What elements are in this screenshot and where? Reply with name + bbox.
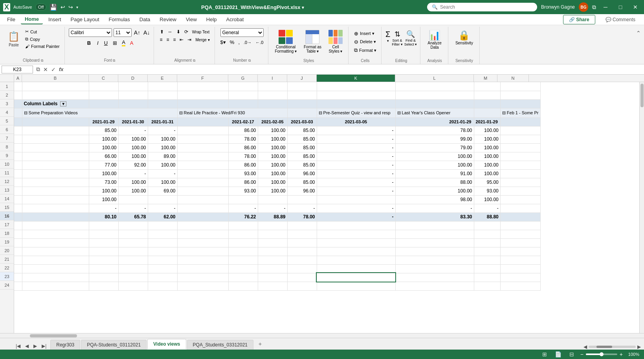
cell-N4-group[interactable]: ⊟ Feb 1 - Some Pr [500, 108, 540, 117]
menu-file[interactable]: File [3, 15, 19, 24]
cell-E7[interactable]: 100.00 [148, 135, 177, 143]
cell-K5[interactable]: 2021-01-29 [395, 117, 474, 126]
increase-decimal-button[interactable]: .0→ [242, 39, 253, 46]
menu-page-layout[interactable]: Page Layout [67, 15, 103, 24]
cell-G2[interactable] [228, 91, 258, 99]
cell-F8[interactable] [177, 143, 228, 152]
page-layout-view-button[interactable]: 📄 [553, 350, 563, 358]
cell-B6[interactable] [22, 126, 89, 135]
comments-button[interactable]: 💬 Comments [600, 15, 641, 24]
cell-J13[interactable]: 96.00 [287, 187, 317, 195]
cell-J1[interactable] [287, 82, 317, 91]
cell-A17[interactable] [14, 221, 22, 230]
cell-A1[interactable] [14, 82, 22, 91]
cell-A16[interactable] [14, 212, 22, 221]
cell-J10[interactable]: 85.00 [287, 161, 317, 169]
cell-B11[interactable] [22, 169, 89, 178]
cell-D6[interactable]: - [118, 126, 148, 135]
sort-filter-button[interactable]: ⇅ Sort &Filter ▾ [392, 30, 403, 46]
cell-Ksub6[interactable]: - [317, 126, 395, 135]
cell-N11[interactable] [500, 169, 540, 178]
cell-F1[interactable] [177, 82, 228, 91]
align-bottom-button[interactable]: ⬇ [175, 28, 182, 35]
row-num-10[interactable]: 10 [0, 160, 14, 169]
cell-C3[interactable] [89, 99, 118, 108]
row-num-4[interactable]: 4 [0, 108, 14, 117]
align-right-button[interactable]: ≡ [171, 36, 177, 43]
cell-L10[interactable]: 100.00 [474, 161, 500, 169]
cell-L9[interactable]: 100.00 [474, 152, 500, 161]
prev-tab-button[interactable]: ◀ [24, 343, 30, 350]
last-tab-button[interactable]: ▶| [40, 343, 48, 350]
add-sheet-button[interactable]: ＋ [254, 339, 266, 349]
cell-G10[interactable]: 86.00 [228, 161, 258, 169]
cell-A19[interactable] [14, 238, 22, 247]
cell-J9[interactable]: 85.00 [287, 152, 317, 161]
cell-C8[interactable]: 100.00 [89, 143, 118, 152]
cell-F7[interactable] [177, 135, 228, 143]
italic-button[interactable]: I [95, 39, 101, 47]
cell-E10[interactable]: 100.00 [148, 161, 177, 169]
cell-I23[interactable] [258, 273, 287, 282]
cell-B4-group[interactable]: ⊟ Some Preparation Videos [22, 108, 177, 117]
analyze-data-button[interactable]: 📊 AnalyzeData [424, 28, 445, 51]
cell-C1[interactable] [89, 82, 118, 91]
row-num-19[interactable]: 19 [0, 238, 14, 246]
cell-K11[interactable]: 91.00 [395, 169, 474, 178]
cell-F3[interactable] [177, 99, 228, 108]
sheet-tab-pqa-students-03312021[interactable]: PQA_Students_03312021 [187, 340, 253, 350]
cell-L1[interactable] [395, 82, 474, 91]
cell-D14[interactable] [118, 195, 148, 204]
ribbon-display-icon[interactable]: ⧉ [592, 4, 596, 11]
row-num-3[interactable]: 3 [0, 99, 14, 108]
decrease-decimal-button[interactable]: ←.0 [254, 39, 265, 46]
cell-L6[interactable]: 100.00 [474, 126, 500, 135]
cell-D3[interactable] [118, 99, 148, 108]
paste-button[interactable]: 📋 Paste [5, 29, 23, 49]
cell-Ksub13[interactable]: - [317, 187, 395, 195]
cell-A2[interactable] [14, 91, 22, 99]
cell-N16[interactable] [500, 212, 540, 221]
col-header-J[interactable]: J [287, 75, 317, 82]
sheet-tab-pqa-students-03112021[interactable]: PQA-Students_03112021 [81, 340, 147, 350]
cell-G9[interactable]: 78.00 [228, 152, 258, 161]
cell-D1[interactable] [118, 82, 148, 91]
cell-C2[interactable] [89, 91, 118, 99]
cell-F6[interactable] [177, 126, 228, 135]
bold-button[interactable]: B [84, 39, 94, 47]
font-name-select[interactable]: Calibri [69, 28, 112, 37]
cell-L11[interactable]: 100.00 [474, 169, 500, 178]
cell-I5[interactable]: 2021-02-05 [258, 117, 287, 126]
cell-F10[interactable] [177, 161, 228, 169]
align-middle-button[interactable]: ↔ [166, 28, 174, 35]
cell-A8[interactable] [14, 143, 22, 152]
row-num-9[interactable]: 9 [0, 151, 14, 160]
wrap-text-button[interactable]: Wrap Text [191, 29, 211, 35]
maximize-button[interactable]: □ [615, 2, 626, 13]
autosum-button[interactable]: Σ ▾ [385, 30, 390, 43]
cell-L13[interactable]: 93.00 [474, 187, 500, 195]
cell-D11[interactable]: - [118, 169, 148, 178]
cell-B8[interactable] [22, 143, 89, 152]
cell-I9[interactable]: 100.00 [258, 152, 287, 161]
fill-color-button[interactable]: A [120, 38, 127, 47]
cell-G12[interactable]: 86.00 [228, 178, 258, 187]
cell-N14[interactable] [500, 195, 540, 204]
cell-I1[interactable] [258, 82, 287, 91]
cell-J3[interactable] [287, 99, 317, 108]
cell-reference-box[interactable] [2, 66, 33, 73]
next-tab-button[interactable]: ▶ [32, 343, 39, 350]
cell-D15[interactable]: - [118, 204, 148, 212]
cell-I16[interactable]: 88.89 [258, 212, 287, 221]
cell-G14[interactable] [228, 195, 258, 204]
menu-data[interactable]: Data [136, 15, 154, 24]
col-header-C[interactable]: C [89, 75, 118, 82]
col-header-E[interactable]: E [148, 75, 177, 82]
save-icon[interactable]: 💾 [50, 4, 57, 11]
cell-J23[interactable] [287, 273, 317, 282]
col-header-L[interactable]: L [395, 75, 474, 82]
col-header-B[interactable]: B [22, 75, 89, 82]
format-painter-button[interactable]: 🖌 Format Painter [24, 43, 61, 49]
row-num-16[interactable]: 16 [0, 212, 14, 220]
cell-C9[interactable]: 66.00 [89, 152, 118, 161]
